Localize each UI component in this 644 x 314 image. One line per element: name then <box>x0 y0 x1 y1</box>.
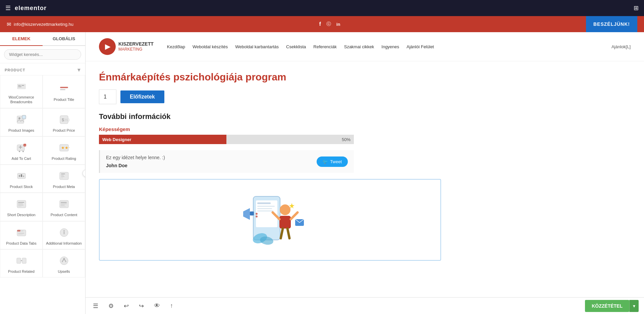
widget-label-product-content: Product Content <box>51 212 77 217</box>
section-header: PRODUCT ▾ <box>0 63 85 75</box>
top-bar: ✉ info@kiszervezettmarketing.hu f ⓒ in B… <box>0 16 644 32</box>
widget-product-meta[interactable]: Product Meta <box>43 165 85 193</box>
widget-label-woocommerce-breadcrumbs: WooCommerce Breadcrumbs <box>3 95 40 105</box>
elementor-logo: elementor <box>15 5 47 12</box>
widget-product-title[interactable]: Product Title <box>43 75 85 108</box>
hamburger-icon[interactable]: ☰ <box>5 4 11 12</box>
svg-rect-42 <box>18 234 23 235</box>
quantity-input[interactable] <box>99 89 116 104</box>
eye-icon[interactable]: 👁 <box>152 300 162 311</box>
svg-rect-35 <box>61 203 67 204</box>
product-data-tabs-icon <box>15 226 28 239</box>
widget-woocommerce-breadcrumbs[interactable]: WooCommerce Breadcrumbs <box>0 75 43 108</box>
nav-link-csekklista[interactable]: Csekklista <box>286 44 306 49</box>
svg-line-61 <box>291 212 298 219</box>
svg-rect-53 <box>257 206 275 207</box>
svg-rect-1 <box>18 85 21 86</box>
search-input[interactable] <box>4 49 81 60</box>
quote-text: Ez egy idézet helye lenne. :) <box>106 155 165 160</box>
section-toggle-icon[interactable]: ▾ <box>77 67 80 73</box>
nav-link-ingyenes[interactable]: Ingyenes <box>381 44 399 49</box>
widget-label-product-images: Product Images <box>8 128 34 133</box>
tab-elemek[interactable]: ELEMEK <box>0 32 43 46</box>
widget-product-data-tabs[interactable]: Product Data Tabs <box>0 221 43 249</box>
widget-add-to-cart[interactable]: + Add To Cart <box>0 136 43 165</box>
grid-icon[interactable]: ⊞ <box>634 4 639 12</box>
skill-bar-percent: 50% <box>342 137 351 142</box>
widget-product-rating[interactable]: ★★★ Product Rating <box>43 136 85 165</box>
illustration-card <box>99 179 441 261</box>
svg-rect-5 <box>60 89 65 90</box>
nav-link-weboldal-keszites[interactable]: Weboldal készítés <box>193 44 228 49</box>
svg-rect-37 <box>61 206 66 207</box>
hamburger-bottom-icon[interactable]: ☰ <box>91 300 100 312</box>
skill-bar-fill: Web Designer <box>99 135 226 144</box>
widget-product-price[interactable]: $ 360 Product Price <box>43 108 85 136</box>
speak-button[interactable]: BESZÉLJÜNK! <box>586 16 637 32</box>
publish-button[interactable]: KÖZZÉTÉTEL <box>585 300 629 312</box>
svg-rect-31 <box>18 205 23 205</box>
widget-label-short-description: Short Description <box>7 212 35 217</box>
sidebar: ‹ ELEMEK GLOBÁLIS PRODUCT ▾ <box>0 32 86 314</box>
tweet-button[interactable]: 🐦 Tweet <box>317 156 348 167</box>
tweet-label: Tweet <box>330 159 342 164</box>
linkedin-icon[interactable]: in <box>336 22 340 27</box>
instagram-icon[interactable]: ⓒ <box>326 21 331 27</box>
svg-rect-46 <box>17 258 21 263</box>
widgets-grid: WooCommerce Breadcrumbs Product Title <box>0 75 85 277</box>
product-content-icon <box>58 198 70 210</box>
product-rating-icon: ★★★ <box>58 141 70 154</box>
email-icon: ✉ <box>7 21 11 27</box>
section-label: PRODUCT <box>5 68 25 72</box>
product-meta-icon <box>58 170 70 182</box>
nav-ajanloi: Ajánlok[L] <box>611 44 631 49</box>
svg-marker-65 <box>243 208 250 220</box>
widget-short-description[interactable]: Short Description <box>0 193 43 221</box>
svg-rect-36 <box>61 205 65 205</box>
nav-link-karbantartas[interactable]: Weboldal karbantartás <box>235 44 279 49</box>
svg-rect-27 <box>61 178 63 178</box>
widget-product-images[interactable]: Product Images <box>0 108 43 136</box>
product-images-icon <box>15 113 28 126</box>
add-to-cart-icon: + <box>15 141 28 154</box>
svg-rect-59 <box>279 216 291 229</box>
subscribe-row: Előfizetek <box>99 89 441 104</box>
facebook-icon[interactable]: f <box>319 21 321 27</box>
widget-label-product-price: Product Price <box>53 128 75 133</box>
nav-link-kezdolap[interactable]: Kezdőlap <box>167 44 185 49</box>
skill-name: Web Designer <box>102 137 131 142</box>
svg-rect-26 <box>61 176 64 177</box>
twitter-icon: 🐦 <box>323 159 328 164</box>
further-info-title: További információk <box>99 112 441 121</box>
svg-rect-32 <box>18 206 21 207</box>
svg-point-57 <box>256 215 258 217</box>
product-title: Énmárkaépítés pszichológiája program <box>99 71 441 83</box>
svg-rect-4 <box>60 87 68 88</box>
nav-link-szakmai[interactable]: Szakmai cikkek <box>344 44 374 49</box>
settings-bottom-icon[interactable]: ⚙ <box>106 300 116 312</box>
svg-text:★★★: ★★★ <box>61 145 69 150</box>
undo-icon[interactable]: ↩ <box>122 300 131 312</box>
nav-link-ajanloi[interactable]: Ajánlói Felület <box>407 44 434 49</box>
redo-icon[interactable]: ↪ <box>137 300 146 312</box>
svg-point-48 <box>60 257 68 265</box>
widget-additional-information[interactable]: Additional Information <box>43 221 85 249</box>
svg-rect-55 <box>257 210 273 211</box>
subscribe-button[interactable]: Előfizetek <box>120 90 164 103</box>
nav-link-referenciak[interactable]: Referenciák <box>313 44 336 49</box>
svg-point-56 <box>256 213 258 215</box>
svg-rect-22 <box>23 176 24 177</box>
update-icon[interactable]: ↑ <box>168 300 175 311</box>
svg-line-63 <box>287 229 289 238</box>
widget-product-content[interactable]: Product Content <box>43 193 85 221</box>
widget-product-related[interactable]: Product Related <box>0 249 43 277</box>
svg-rect-3 <box>18 86 21 87</box>
svg-rect-39 <box>17 230 20 232</box>
widget-product-stock[interactable]: Product Stock <box>0 165 43 193</box>
publish-group: KÖZZÉTÉTEL ▾ <box>585 300 639 312</box>
upsells-icon <box>58 254 70 267</box>
publish-more-button[interactable]: ▾ <box>629 300 639 312</box>
svg-rect-52 <box>257 202 271 204</box>
tab-globalis[interactable]: GLOBÁLIS <box>43 32 85 46</box>
widget-upsells[interactable]: Upsells <box>43 249 85 277</box>
